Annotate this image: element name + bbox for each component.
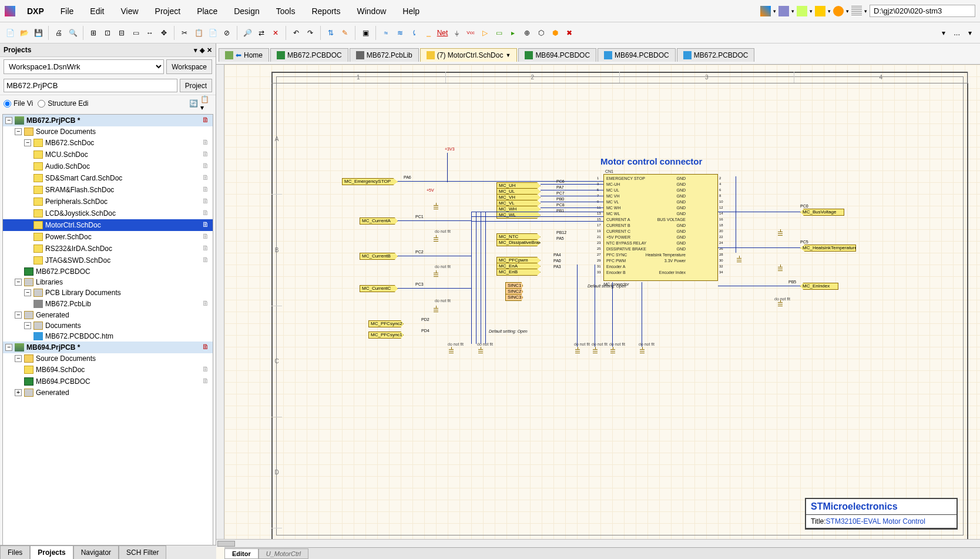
net-icon[interactable]: Net (436, 26, 449, 39)
gnd-icon[interactable]: ⏚ (450, 26, 463, 39)
tree-p2-gen[interactable]: +Generated (3, 387, 213, 398)
tree-sch-mcu[interactable]: MCU.SchDoc🗎 (3, 149, 213, 160)
pbt-navigator[interactable]: Navigator (73, 545, 119, 559)
tree-sch-motor[interactable]: MotorCtrl.SchDoc🗎 (3, 219, 213, 231)
tree-gen-docs[interactable]: −Documents (3, 320, 213, 331)
tree-htm[interactable]: MB672.PCBDOC.htm (3, 331, 213, 342)
annotate-icon[interactable]: ✎ (338, 26, 351, 39)
menu-place[interactable]: Place (190, 4, 224, 18)
print-icon[interactable] (778, 6, 789, 16)
panel-dropdown-icon[interactable]: ▾ (194, 46, 197, 54)
rubber-icon[interactable]: ⊘ (220, 26, 233, 39)
open-icon[interactable]: 📂 (18, 26, 31, 39)
menu-view[interactable]: View (113, 4, 145, 18)
device-icon[interactable]: ⊕ (521, 26, 533, 39)
print-icon[interactable]: 🖨 (52, 26, 65, 39)
config-icon[interactable]: 📋▾ (200, 98, 212, 109)
tree-sch-lcd[interactable]: LCD&Joystick.SchDoc🗎 (3, 207, 213, 219)
menu-project[interactable]: Project (148, 4, 188, 18)
harness-icon[interactable]: ⬡ (535, 26, 548, 39)
zoom-sel-icon[interactable]: ⊟ (115, 26, 128, 39)
tab-mb672pcb[interactable]: MB672.PCBDOC (270, 48, 348, 62)
select-icon[interactable]: ▭ (129, 26, 142, 39)
pbt-projects[interactable]: Projects (30, 545, 73, 559)
shape-icon[interactable] (833, 6, 844, 16)
tab-mb694pcb-1[interactable]: MB694.PCBDOC (518, 48, 596, 62)
view-structure-radio[interactable]: Structure Edi (38, 99, 88, 108)
color-icon[interactable] (815, 6, 825, 16)
port-icon[interactable]: ⬢ (549, 26, 562, 39)
menu-design[interactable]: Design (227, 4, 267, 18)
cut-icon[interactable]: ✂ (178, 26, 191, 39)
cross-icon[interactable]: ✕ (269, 26, 282, 39)
more-icon[interactable]: ▾ (964, 26, 976, 39)
panel-pin-icon[interactable]: ◈ (200, 46, 204, 54)
menu-dxp[interactable]: DXP (20, 4, 51, 18)
tree-p2-srcdocs[interactable]: −Source Documents (3, 353, 213, 364)
tree-sch-power[interactable]: Power.SchDoc🗎 (3, 231, 213, 243)
undo-icon[interactable]: ↶ (290, 26, 303, 39)
schematic-canvas[interactable]: 1234 ABCD Motor control connector +3V3 +… (216, 65, 980, 559)
hierarchy-icon[interactable]: ⇅ (324, 26, 337, 39)
busentry-icon[interactable]: ⤹ (408, 26, 421, 39)
tree-p2-pcb[interactable]: MB694.PCBDOC🗎 (3, 376, 213, 387)
tab-umotorctrl[interactable]: U_MotorCtrl (259, 548, 308, 559)
tree-project-1[interactable]: −MB672.PrjPCB *🗎 (3, 115, 213, 126)
tree-sch-sd[interactable]: SD&Smart Card.SchDoc🗎 (3, 172, 213, 184)
drag-icon[interactable]: ✥ (157, 26, 170, 39)
menu-help[interactable]: Help (395, 4, 427, 18)
part-icon[interactable]: ▷ (478, 26, 491, 39)
pbt-files[interactable]: Files (0, 545, 30, 559)
menu-tools[interactable]: Tools (269, 4, 303, 18)
menu-window[interactable]: Window (350, 4, 394, 18)
align-icon[interactable] (797, 6, 807, 16)
project-input[interactable] (4, 79, 177, 92)
tab-mb694pcb-2[interactable]: MB694.PCBDOC (598, 48, 676, 62)
save-icon[interactable]: 💾 (32, 26, 45, 39)
vcc-icon[interactable]: Vcc (464, 26, 477, 39)
replace-icon[interactable]: ⇄ (255, 26, 268, 39)
zoom-area-icon[interactable]: ⊡ (101, 26, 114, 39)
menu-reports[interactable]: Reports (304, 4, 347, 18)
tab-mb672lib[interactable]: MB672.PcbLib (350, 48, 419, 62)
tab-home[interactable]: ⬅Home (219, 48, 269, 62)
tab-editor[interactable]: Editor (224, 548, 259, 559)
workspace-button[interactable]: Workspace (166, 59, 212, 74)
noconnect-icon[interactable]: ✖ (563, 26, 576, 39)
menu-edit[interactable]: Edit (83, 4, 111, 18)
netlabel-icon[interactable]: ⎯ (422, 26, 435, 39)
redo-icon[interactable]: ↷ (304, 26, 317, 39)
file-path[interactable]: D:\gjz\020\020-stm3 (870, 5, 975, 17)
tree-sch-jtag[interactable]: JTAG&SWD.SchDoc🗎 (3, 255, 213, 266)
tree-source-docs[interactable]: −Source Documents (3, 126, 213, 137)
grid-icon[interactable] (851, 6, 862, 16)
sheetentry-icon[interactable]: ▸ (506, 26, 519, 39)
tree-pcblib[interactable]: MB672.PcbLib🗎 (3, 298, 213, 310)
find-icon[interactable]: 🔎 (241, 26, 254, 39)
refresh-icon[interactable]: 🔄 (187, 98, 199, 109)
tree-libraries[interactable]: −Libraries (3, 277, 213, 287)
tree-mb672-sch[interactable]: −MB672.SchDoc🗎 (3, 137, 213, 149)
workspace-select[interactable]: Workspace1.DsnWrk (4, 59, 164, 74)
bus-icon[interactable]: ≋ (394, 26, 407, 39)
project-tree[interactable]: −MB672.PrjPCB *🗎 −Source Documents −MB67… (2, 114, 213, 557)
paste-icon[interactable]: 📄 (206, 26, 219, 39)
tab-mb672pcb-2[interactable]: MB672.PCBDOC (677, 48, 755, 62)
preview-icon[interactable]: 🔍 (66, 26, 79, 39)
tree-generated[interactable]: −Generated (3, 310, 213, 320)
view-file-radio[interactable]: File Vi (4, 99, 33, 108)
copy-icon[interactable]: 📋 (192, 26, 205, 39)
tree-sch-rs232[interactable]: RS232&IrDA.SchDoc🗎 (3, 243, 213, 255)
project-button[interactable]: Project (180, 79, 212, 92)
chart-icon[interactable] (760, 6, 771, 16)
panel-close-icon[interactable]: ✕ (207, 46, 212, 54)
horizontal-scrollbar[interactable] (216, 539, 980, 547)
tab-motorctrl[interactable]: (7) MotorCtrl.SchDoc▼ (420, 48, 518, 62)
dropdown-icon[interactable]: ▾ (937, 26, 950, 39)
move-icon[interactable]: ↔ (143, 26, 156, 39)
tree-p2-sch[interactable]: MB694.SchDoc🗎 (3, 364, 213, 376)
tree-pcblib-docs[interactable]: −PCB Library Documents (3, 287, 213, 298)
tree-mb672-pcb[interactable]: MB672.PCBDOC (3, 266, 213, 277)
pbt-schfilter[interactable]: SCH Filter (119, 545, 166, 559)
wire-icon[interactable]: ≈ (380, 26, 392, 39)
